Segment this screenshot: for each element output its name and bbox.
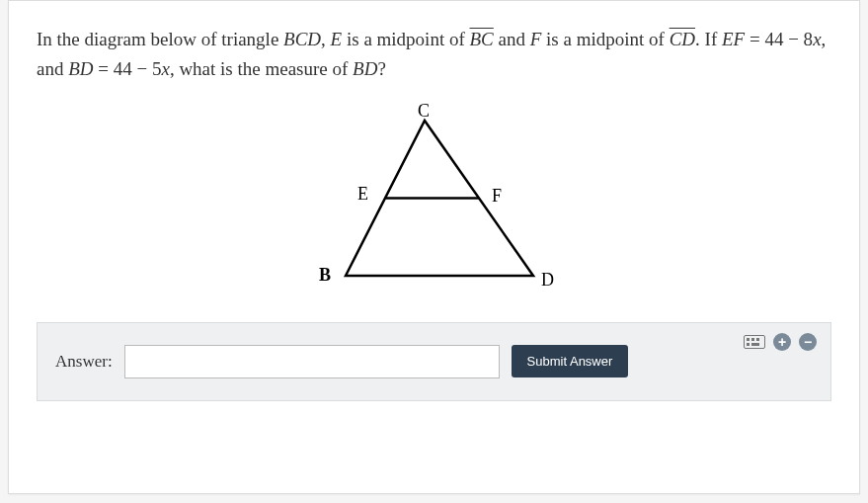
answer-label: Answer:	[55, 352, 113, 372]
answer-toolbar: + −	[744, 333, 817, 351]
var-BD: BD	[353, 58, 377, 79]
label-F: F	[492, 186, 502, 206]
answer-panel: + − Answer: Submit Answer	[37, 322, 831, 401]
var-BD: BD	[68, 58, 93, 79]
zoom-in-icon[interactable]: +	[773, 333, 791, 351]
text: =	[94, 58, 114, 79]
text: =	[745, 29, 764, 49]
text: . If	[695, 29, 722, 49]
label-D: D	[541, 270, 554, 290]
text: 44 − 5	[114, 58, 162, 79]
answer-row: Answer: Submit Answer	[55, 345, 813, 378]
keyboard-icon[interactable]	[744, 335, 765, 349]
text: ?	[377, 58, 385, 79]
question-card: In the diagram below of triangle BCD, E …	[8, 0, 860, 494]
var-x: x	[813, 29, 821, 49]
text: and	[494, 29, 530, 49]
label-B: B	[318, 265, 330, 285]
label-C: C	[417, 103, 429, 121]
var-x: x	[161, 58, 169, 79]
segment-BC: BC	[470, 29, 494, 49]
var-EF: EF	[722, 29, 745, 49]
segment-CD: CD	[670, 29, 695, 49]
triangle-name: BCD	[283, 29, 321, 49]
diagram-container: C E F B D	[37, 103, 831, 300]
zoom-out-icon[interactable]: −	[799, 333, 817, 351]
submit-button[interactable]: Submit Answer	[512, 345, 629, 377]
label-E: E	[357, 184, 368, 204]
point-E: E	[331, 29, 343, 49]
text: In the diagram below of triangle	[37, 29, 283, 49]
text: 44 − 8	[764, 29, 813, 49]
answer-input[interactable]	[124, 345, 500, 378]
text: is a midpoint of	[541, 29, 669, 49]
triangle-diagram: C E F B D	[306, 103, 563, 300]
question-text: In the diagram below of triangle BCD, E …	[37, 25, 831, 85]
text: ,	[321, 29, 331, 49]
text: is a midpoint of	[342, 29, 469, 49]
point-F: F	[530, 29, 542, 49]
text: , what is the measure of	[170, 58, 353, 79]
